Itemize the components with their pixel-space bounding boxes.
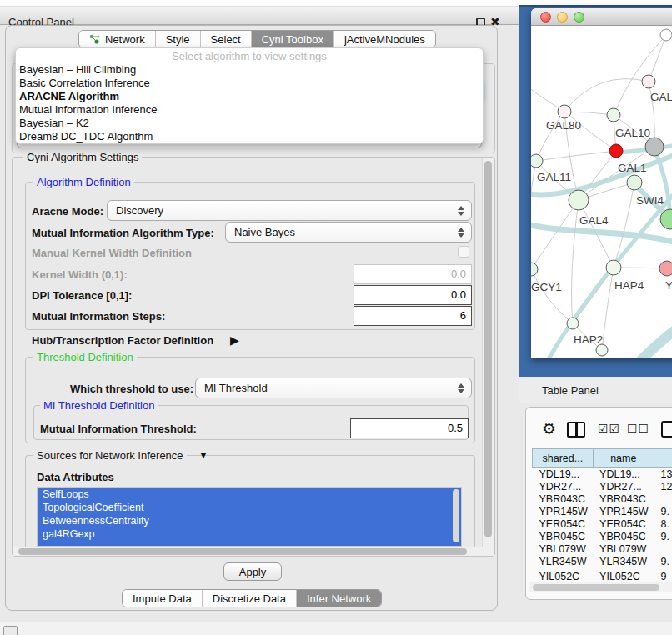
- cell[interactable]: YPR145W: [533, 505, 594, 518]
- list-item[interactable]: BetweennessCentrality: [38, 514, 461, 528]
- expand-arrow-icon[interactable]: ▶: [230, 333, 239, 347]
- table-row[interactable]: YLR345WYLR345W9.: [533, 555, 672, 568]
- network-node-hap2[interactable]: [567, 318, 579, 329]
- network-node-gcy1[interactable]: [531, 262, 538, 276]
- table-row[interactable]: YDR27...YDR27...12: [533, 480, 672, 492]
- cell[interactable]: YLR345W: [593, 555, 654, 568]
- cell[interactable]: YBL079W: [593, 542, 654, 555]
- cell[interactable]: [654, 492, 672, 505]
- table-hscroll-thumb[interactable]: [533, 584, 659, 591]
- cell[interactable]: YPR145W: [593, 505, 654, 518]
- dropdown-item[interactable]: Bayesian – Hill Climbing: [16, 63, 483, 77]
- gear-icon[interactable]: ⚙: [542, 419, 556, 438]
- tab-select[interactable]: Select: [201, 31, 252, 48]
- settings-hscroll-thumb[interactable]: [18, 548, 467, 555]
- tab-discretize-data[interactable]: Discretize Data: [203, 590, 297, 607]
- aracne-mode-combobox[interactable]: Discovery: [107, 200, 472, 221]
- data-attributes-list[interactable]: SelfLoops TopologicalCoefficient Between…: [37, 487, 462, 547]
- network-node[interactable]: [660, 29, 672, 41]
- deselect-all-checks-icon[interactable]: ☐☐: [627, 422, 649, 435]
- cell[interactable]: YER054C: [593, 518, 654, 530]
- cell[interactable]: YBR045C: [533, 530, 594, 542]
- dropdown-item-selected[interactable]: ARACNE Algorithm: [16, 90, 483, 103]
- manual-kernel-checkbox[interactable]: [458, 246, 469, 258]
- mi-steps-field[interactable]: 6: [354, 306, 472, 326]
- panel-toggle-icon[interactable]: [3, 626, 18, 635]
- network-node-gal10[interactable]: [607, 108, 620, 122]
- threshold-title: Threshold Definition: [33, 352, 137, 363]
- network-node[interactable]: [659, 261, 672, 276]
- settings-vscroll-thumb[interactable]: [484, 161, 492, 538]
- cell[interactable]: YDR27...: [593, 480, 654, 492]
- cell[interactable]: 13: [654, 468, 672, 481]
- cell[interactable]: YBR043C: [593, 492, 654, 505]
- list-item[interactable]: TopologicalCoefficient: [38, 501, 461, 514]
- table-row[interactable]: YBR045CYBR045C9.: [533, 530, 672, 542]
- mit-field[interactable]: 0.5: [350, 418, 469, 438]
- close-traffic-icon[interactable]: [540, 12, 551, 22]
- minimize-traffic-icon[interactable]: [557, 12, 568, 22]
- column-header-name[interactable]: name: [593, 449, 654, 468]
- network-node-hap4[interactable]: [606, 260, 621, 275]
- collapse-arrow-icon[interactable]: ▼: [198, 449, 208, 461]
- table-row[interactable]: YBL079WYBL079W: [533, 542, 672, 555]
- list-scrollbar-thumb[interactable]: [453, 489, 459, 542]
- cell[interactable]: 12: [654, 480, 672, 492]
- network-node[interactable]: [645, 138, 664, 156]
- cell[interactable]: YDL19...: [533, 468, 594, 481]
- tab-jactivemnodules[interactable]: jActiveMNodules: [334, 31, 435, 48]
- tab-style[interactable]: Style: [156, 31, 201, 48]
- cell[interactable]: 9.: [654, 555, 672, 568]
- stepper-icon: [455, 383, 467, 393]
- cell[interactable]: YDR27...: [533, 480, 594, 492]
- zoom-traffic-icon[interactable]: [574, 12, 584, 22]
- mi-type-combobox[interactable]: Naive Bayes: [225, 222, 472, 242]
- table-row[interactable]: YER054CYER054C8.: [533, 518, 672, 530]
- network-node-gal4[interactable]: [569, 190, 589, 210]
- select-all-checks-icon[interactable]: ☑☑: [598, 422, 620, 435]
- list-item[interactable]: gal4RGexp: [38, 528, 461, 541]
- network-node-gal80[interactable]: [558, 105, 571, 118]
- tab-impute-data[interactable]: Impute Data: [123, 590, 203, 607]
- tab-network[interactable]: Network: [79, 31, 156, 48]
- columns-icon[interactable]: [567, 422, 585, 438]
- cell[interactable]: YBR043C: [533, 492, 594, 505]
- dropdown-item[interactable]: Bayesian – K2: [16, 117, 483, 130]
- sources-title: Sources for Network Inference: [33, 450, 187, 462]
- tab-cyni-toolbox[interactable]: Cyni Toolbox: [252, 31, 334, 48]
- network-window[interactable]: GAL GAL80 GAL10 GAL1 GAL11 SWI4 GAL4 GCY…: [531, 8, 672, 358]
- tab-infer-network[interactable]: Infer Network: [297, 590, 381, 607]
- table-row[interactable]: YBR043CYBR043C: [533, 492, 672, 505]
- list-item[interactable]: SelfLoops: [38, 488, 461, 501]
- cell[interactable]: YLR345W: [533, 555, 594, 568]
- column-header[interactable]: [654, 449, 672, 468]
- cell[interactable]: YER054C: [533, 518, 594, 530]
- network-node-swi4[interactable]: [627, 175, 642, 190]
- network-node-gal1[interactable]: [609, 144, 623, 158]
- cell[interactable]: 9.: [654, 530, 672, 542]
- cell[interactable]: YBR045C: [593, 530, 654, 542]
- network-node[interactable]: [642, 75, 655, 88]
- dropdown-item[interactable]: Basic Correlation Inference: [16, 77, 483, 90]
- network-node[interactable]: [596, 344, 608, 356]
- cell[interactable]: YBL079W: [533, 542, 594, 555]
- cell[interactable]: 9.: [654, 505, 672, 518]
- list-item[interactable]: [38, 541, 461, 547]
- cell[interactable]: [654, 542, 672, 555]
- cell[interactable]: 8.: [654, 518, 672, 530]
- which-threshold-combobox[interactable]: MI Threshold: [195, 378, 472, 398]
- dpi-tolerance-field[interactable]: 0.0: [354, 285, 472, 305]
- network-node-gal11[interactable]: [531, 154, 543, 168]
- dropdown-item[interactable]: Mutual Information Inference: [16, 103, 483, 117]
- network-window-titlebar[interactable]: [531, 8, 672, 26]
- network-canvas[interactable]: GAL GAL80 GAL10 GAL1 GAL11 SWI4 GAL4 GCY…: [531, 26, 672, 358]
- table-row[interactable]: YPR145WYPR145W9.: [533, 505, 672, 518]
- which-threshold-value: MI Threshold: [196, 382, 455, 394]
- tab-style-label: Style: [166, 33, 190, 46]
- table-row[interactable]: YDL19...YDL19...13: [533, 468, 672, 481]
- dropdown-item[interactable]: Dream8 DC_TDC Algorithm: [16, 130, 483, 143]
- export-table-icon[interactable]: [661, 421, 672, 438]
- cell[interactable]: YDL19...: [593, 468, 654, 481]
- apply-button[interactable]: Apply: [223, 562, 282, 581]
- column-header-shared-name[interactable]: shared...: [533, 449, 594, 468]
